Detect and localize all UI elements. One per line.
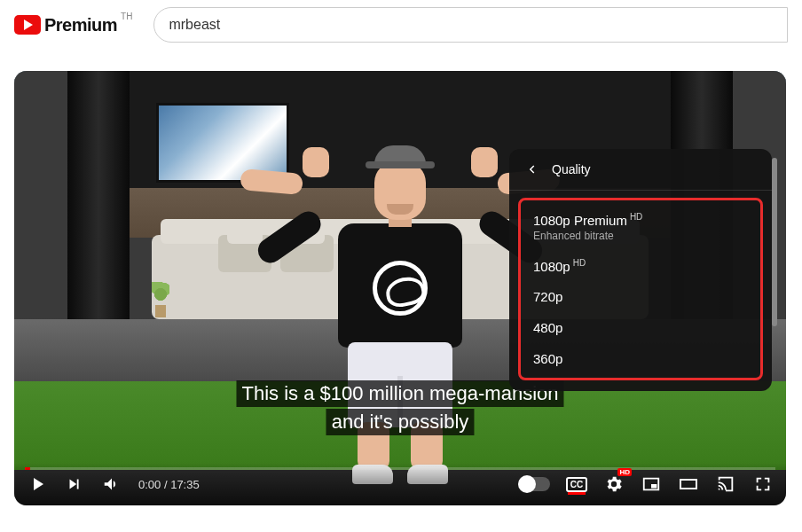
time-display: 0:00 / 17:35 [138, 478, 200, 491]
captions-button[interactable]: CC [566, 473, 587, 495]
quality-menu: Quality 1080p PremiumHD Enhanced bitrate… [509, 149, 772, 391]
scrollbar[interactable] [772, 158, 777, 326]
controls-bar: 0:00 / 17:35 CC HD [14, 463, 786, 505]
youtube-icon [14, 15, 41, 35]
miniplayer-button[interactable] [641, 473, 662, 495]
quality-options-highlight: 1080p PremiumHD Enhanced bitrate 1080pHD… [518, 198, 763, 380]
search-input[interactable] [153, 7, 788, 43]
back-button[interactable] [523, 161, 539, 177]
video-player[interactable]: This is a $100 million mega-mansion and … [14, 71, 786, 505]
region-code: TH [121, 12, 132, 21]
settings-button[interactable]: HD [603, 473, 625, 495]
svg-rect-1 [680, 480, 696, 489]
quality-option-1080p-premium[interactable]: 1080p PremiumHD Enhanced bitrate [521, 204, 760, 250]
play-button[interactable] [27, 473, 48, 495]
brand-text: Premium [44, 15, 117, 35]
next-button[interactable] [64, 473, 85, 495]
logo-block[interactable]: Premium TH [14, 15, 132, 35]
volume-button[interactable] [101, 473, 122, 495]
svg-rect-0 [651, 484, 657, 489]
autoplay-toggle[interactable] [518, 477, 550, 491]
cast-button[interactable] [715, 473, 736, 495]
hd-badge: HD [617, 468, 632, 476]
caption-line-2: and it's possibly [326, 409, 475, 435]
fullscreen-button[interactable] [752, 473, 774, 495]
quality-option-1080p[interactable]: 1080pHD [521, 250, 760, 282]
header: Premium TH [0, 0, 802, 50]
quality-option-360p[interactable]: 360p [521, 343, 760, 374]
pause-icon [523, 480, 531, 489]
quality-option-480p[interactable]: 480p [521, 312, 760, 343]
quality-title: Quality [552, 162, 591, 176]
theater-button[interactable] [678, 473, 699, 495]
quality-option-720p[interactable]: 720p [521, 281, 760, 312]
